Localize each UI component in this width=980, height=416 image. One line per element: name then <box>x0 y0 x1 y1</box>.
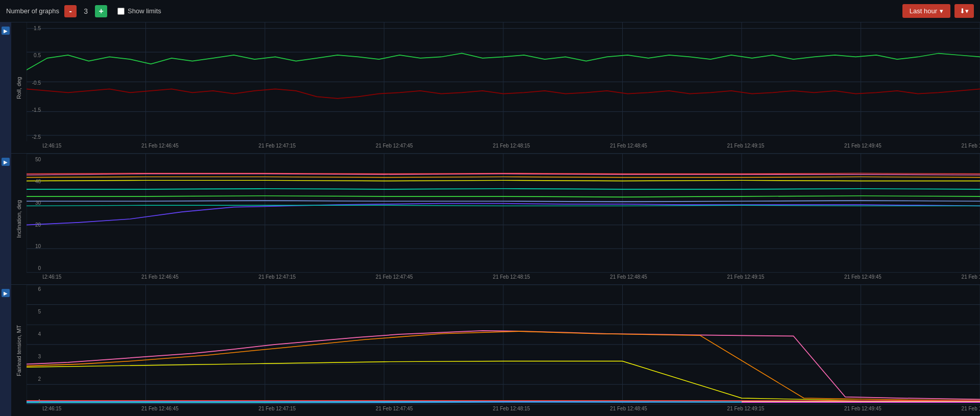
header: Number of graphs - 3 + Show limits Last … <box>0 0 980 22</box>
fairlead-y-ticks: 6 5 4 3 2 1 <box>27 285 43 406</box>
download-icon: ⬇▾ <box>960 7 969 15</box>
header-title: Number of graphs <box>6 7 59 15</box>
roll-y-tick-1: 1.5 <box>27 26 43 31</box>
incl-x-label-7: 21 Feb 12:49:45 <box>844 274 881 280</box>
fairlead-y-label: Fairlead tension, MT <box>11 285 27 416</box>
incl-x-labels: 21 Feb 12:46:15 21 Feb 12:46:45 21 Feb 1… <box>43 274 980 284</box>
inclination-graph-panel: ▶ Inclination, deg <box>0 154 980 285</box>
show-limits-checkbox[interactable] <box>117 8 125 15</box>
incl-y-tick-2: 40 <box>27 179 43 184</box>
roll-y-tick-5: -2.5 <box>27 134 43 140</box>
incl-x-label-5: 21 Feb 12:48:45 <box>610 274 647 280</box>
fairlead-y-tick-5: 2 <box>27 376 43 382</box>
roll-y-tick-3: -0.5 <box>27 80 43 86</box>
inclination-graph-svg <box>27 154 980 284</box>
roll-x-label-1: 21 Feb 12:46:45 <box>141 143 179 149</box>
fairlead-x-label-1: 21 Feb 12:46:45 <box>141 406 179 411</box>
roll-expand-button[interactable]: ▶ <box>0 22 11 153</box>
incl-x-label-3: 21 Feb 12:47:45 <box>376 274 413 280</box>
incl-x-label-2: 21 Feb 12:47:15 <box>259 274 296 280</box>
roll-expand-arrow: ▶ <box>2 27 10 35</box>
fairlead-x-label-7: 21 Feb 12:49:45 <box>844 406 881 411</box>
incl-x-label-0: 21 Feb 12:46:15 <box>43 274 61 280</box>
inclination-expand-arrow: ▶ <box>2 158 10 166</box>
minus-button[interactable]: - <box>64 5 77 17</box>
roll-graph-panel: ▶ Roll, deg <box>0 22 980 154</box>
incl-y-tick-5: 10 <box>27 243 43 249</box>
fairlead-x-labels: 21 Feb 12:46:15 21 Feb 12:46:45 21 Feb 1… <box>43 406 980 416</box>
inclination-y-label: Inclination, deg <box>11 154 27 284</box>
incl-x-label-6: 21 Feb 12:49:15 <box>727 274 765 280</box>
fairlead-x-label-4: 21 Feb 12:48:15 <box>493 406 530 411</box>
incl-y-tick-4: 20 <box>27 222 43 228</box>
incl-y-tick-3: 30 <box>27 200 43 206</box>
fairlead-x-label-8: 21 Feb 12:50:15 <box>962 406 980 411</box>
show-limits-text: Show limits <box>128 7 161 15</box>
fairlead-y-tick-6: 1 <box>27 399 43 404</box>
roll-x-label-3: 21 Feb 12:47:45 <box>376 143 413 149</box>
fairlead-x-label-2: 21 Feb 12:47:15 <box>259 406 296 411</box>
incl-x-label-4: 21 Feb 12:48:15 <box>493 274 530 280</box>
roll-x-labels: 21 Feb 12:46:15 21 Feb 12:46:45 21 Feb 1… <box>43 143 980 153</box>
header-right: Last hour ▾ ⬇▾ <box>902 4 974 18</box>
roll-y-tick-4: -1.5 <box>27 107 43 113</box>
fairlead-x-label-0: 21 Feb 12:46:15 <box>43 406 61 411</box>
incl-x-label-1: 21 Feb 12:46:45 <box>141 274 179 280</box>
roll-y-label: Roll, deg <box>11 22 27 153</box>
inclination-graph-area: 50 40 30 20 10 0 21 Feb 12:46:15 21 Feb … <box>27 154 980 284</box>
fairlead-graph-area: 6 5 4 3 2 1 21 Feb 12:46:15 21 Feb 12:46… <box>27 285 980 416</box>
incl-x-label-8: 21 Feb 12:50:15 <box>962 274 980 280</box>
fairlead-y-tick-3: 4 <box>27 331 43 337</box>
fairlead-y-tick-4: 3 <box>27 354 43 359</box>
fairlead-y-tick-2: 5 <box>27 309 43 314</box>
last-hour-chevron: ▾ <box>940 7 943 15</box>
roll-y-tick-2: 0.5 <box>27 53 43 58</box>
inclination-expand-button[interactable]: ▶ <box>0 154 11 284</box>
graph-count: 3 <box>82 7 90 15</box>
fairlead-x-label-6: 21 Feb 12:49:15 <box>727 406 765 411</box>
roll-y-ticks: 1.5 0.5 -0.5 -1.5 -2.5 <box>27 22 43 143</box>
last-hour-label: Last hour <box>910 7 937 15</box>
incl-y-ticks: 50 40 30 20 10 0 <box>27 154 43 274</box>
roll-graph-area: 1.5 0.5 -0.5 -1.5 -2.5 21 Feb 12:46:15 2… <box>27 22 980 153</box>
fairlead-expand-button[interactable]: ▶ <box>0 285 11 416</box>
roll-x-label-7: 21 Feb 12:49:45 <box>844 143 881 149</box>
fairlead-x-label-3: 21 Feb 12:47:45 <box>376 406 413 411</box>
fairlead-graph-panel: ▶ Fairlead tension, MT <box>0 285 980 416</box>
fairlead-expand-arrow: ▶ <box>2 289 10 297</box>
fairlead-graph-svg <box>27 285 980 416</box>
plus-button[interactable]: + <box>95 5 107 17</box>
roll-x-label-6: 21 Feb 12:49:15 <box>727 143 765 149</box>
download-button[interactable]: ⬇▾ <box>954 4 974 18</box>
roll-x-label-4: 21 Feb 12:48:15 <box>493 143 530 149</box>
roll-x-label-8: 21 Feb 12:50:15 <box>962 143 980 149</box>
incl-y-tick-6: 0 <box>27 265 43 271</box>
roll-graph-svg <box>27 22 980 153</box>
roll-x-label-0: 21 Feb 12:46:15 <box>43 143 61 149</box>
fairlead-x-label-5: 21 Feb 12:48:45 <box>610 406 647 411</box>
graphs-container: ▶ Roll, deg <box>0 22 980 416</box>
fairlead-y-tick-1: 6 <box>27 286 43 292</box>
incl-y-tick-1: 50 <box>27 157 43 162</box>
last-hour-button[interactable]: Last hour ▾ <box>902 4 950 18</box>
roll-x-label-5: 21 Feb 12:48:45 <box>610 143 647 149</box>
show-limits-label[interactable]: Show limits <box>117 7 161 15</box>
roll-x-label-2: 21 Feb 12:47:15 <box>259 143 296 149</box>
